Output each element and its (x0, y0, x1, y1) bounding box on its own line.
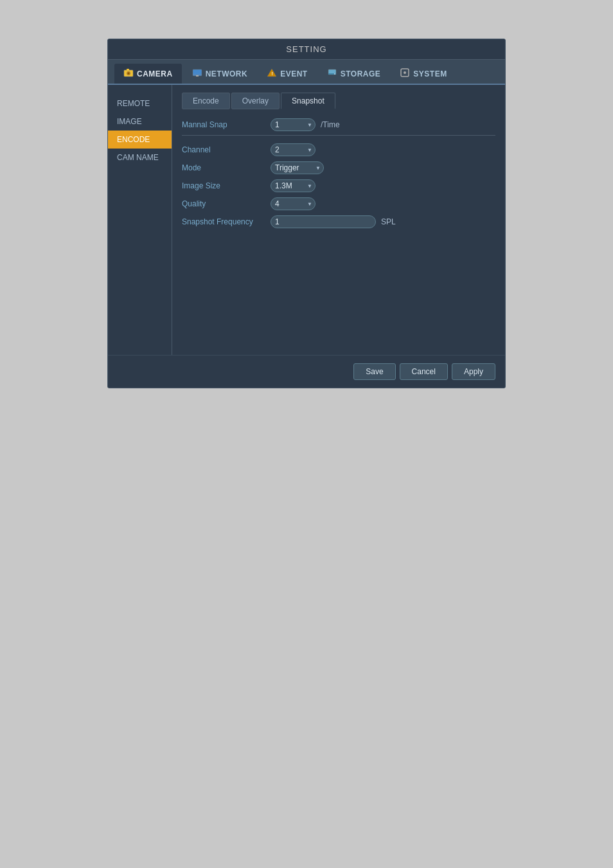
svg-point-11 (334, 73, 335, 75)
image-size-select-wrapper: 1.3M 2M 4M (271, 179, 315, 192)
sidebar-item-remote[interactable]: REMOTE (108, 95, 172, 113)
settings-dialog: SETTING CAMERA NETWORK (107, 39, 506, 388)
tab-event[interactable]: ! EVENT (258, 64, 317, 84)
quality-label: Quality (182, 199, 265, 208)
channel-select[interactable]: 1 2 3 4 (271, 143, 315, 156)
svg-text:!: ! (272, 71, 274, 76)
mode-select-wrapper: Trigger Scheduled (271, 161, 324, 174)
tab-network[interactable]: NETWORK (183, 64, 257, 84)
subtab-overlay[interactable]: Overlay (231, 93, 280, 109)
svg-rect-6 (196, 75, 199, 77)
svg-point-3 (128, 73, 130, 75)
image-size-label: Image Size (182, 181, 265, 190)
sidebar-item-camname[interactable]: CAM NAME (108, 149, 172, 167)
cancel-button[interactable]: Cancel (400, 363, 448, 380)
tab-storage[interactable]: STORAGE (318, 64, 390, 84)
channel-row: Channel 1 2 3 4 (182, 143, 495, 156)
subtab-snapshot[interactable]: Snapshot (281, 93, 335, 109)
tab-event-label: EVENT (280, 69, 308, 78)
quality-select-wrapper: 1 2 3 4 5 (271, 197, 315, 210)
snapshot-freq-label: Snapshot Frequency (182, 217, 265, 226)
sidebar-item-encode[interactable]: ENCODE (108, 131, 172, 149)
channel-label: Channel (182, 145, 265, 154)
event-icon: ! (267, 68, 277, 80)
sidebar-item-image[interactable]: IMAGE (108, 113, 172, 131)
storage-icon (327, 68, 337, 80)
dialog-title-bar: SETTING (108, 39, 505, 60)
footer-actions: Save Cancel Apply (108, 355, 505, 388)
network-icon (192, 68, 202, 80)
dialog-title: SETTING (286, 44, 326, 54)
apply-button[interactable]: Apply (452, 363, 495, 380)
quality-row: Quality 1 2 3 4 5 (182, 197, 495, 210)
subtab-encode[interactable]: Encode (182, 93, 230, 109)
tab-storage-label: STORAGE (341, 69, 381, 78)
nav-tabs: CAMERA NETWORK ! EVENT (108, 60, 505, 85)
manual-snap-label: Mannal Snap (182, 120, 265, 129)
image-size-select[interactable]: 1.3M 2M 4M (271, 179, 315, 192)
camera-icon (123, 68, 134, 80)
svg-rect-2 (127, 69, 129, 70)
snapshot-freq-row: Snapshot Frequency SPL (182, 215, 495, 228)
tab-camera-label: CAMERA (137, 69, 173, 78)
divider (182, 135, 495, 136)
manual-snap-row: Mannal Snap 1 2 3 /Time (182, 118, 495, 131)
tab-camera[interactable]: CAMERA (114, 64, 182, 84)
snapshot-freq-input[interactable] (271, 215, 376, 228)
sidebar: REMOTE IMAGE ENCODE CAM NAME (108, 85, 172, 355)
mode-row: Mode Trigger Scheduled (182, 161, 495, 174)
mode-select[interactable]: Trigger Scheduled (271, 161, 324, 174)
tab-network-label: NETWORK (206, 69, 248, 78)
channel-select-wrapper: 1 2 3 4 (271, 143, 315, 156)
content-area: REMOTE IMAGE ENCODE CAM NAME Encode Over… (108, 85, 505, 355)
main-panel: Encode Overlay Snapshot Mannal Snap 1 2 … (172, 85, 505, 355)
snapshot-freq-suffix: SPL (381, 217, 396, 226)
svg-rect-4 (193, 69, 202, 76)
sub-tabs: Encode Overlay Snapshot (182, 93, 495, 109)
manual-snap-suffix: /Time (321, 120, 340, 129)
system-icon (400, 68, 410, 80)
manual-snap-select[interactable]: 1 2 3 (271, 118, 315, 131)
mode-label: Mode (182, 163, 265, 172)
save-button[interactable]: Save (353, 363, 395, 380)
tab-system-label: SYSTEM (413, 69, 447, 78)
svg-point-13 (404, 71, 406, 74)
quality-select[interactable]: 1 2 3 4 5 (271, 197, 315, 210)
manual-snap-select-wrapper: 1 2 3 (271, 118, 315, 131)
image-size-row: Image Size 1.3M 2M 4M (182, 179, 495, 192)
tab-system[interactable]: SYSTEM (391, 64, 456, 84)
